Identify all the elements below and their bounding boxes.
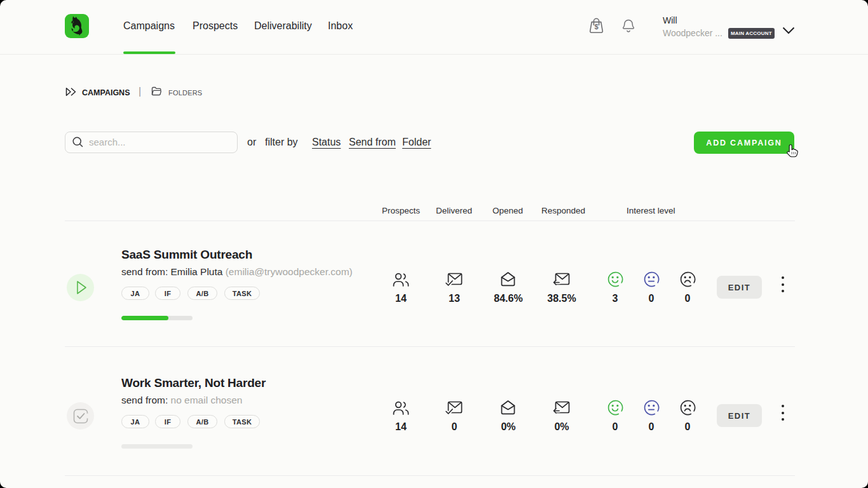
svg-text:$: $	[595, 23, 599, 30]
